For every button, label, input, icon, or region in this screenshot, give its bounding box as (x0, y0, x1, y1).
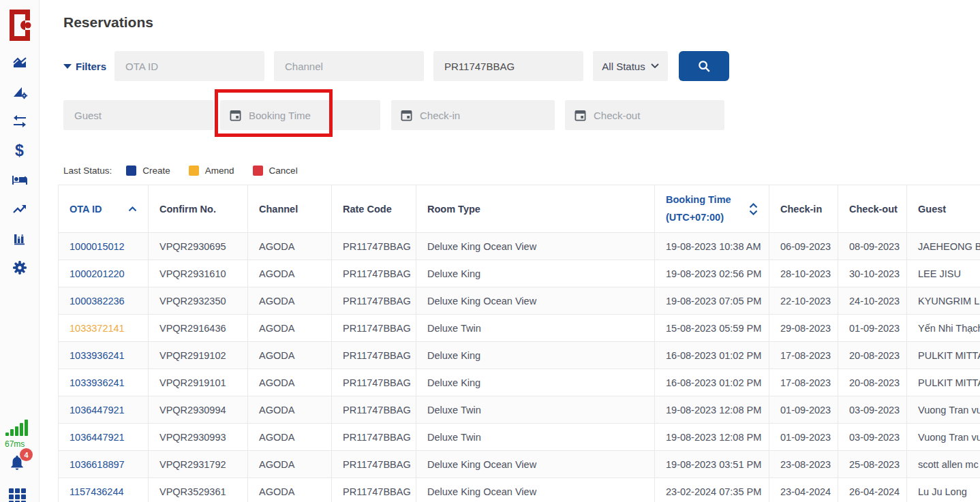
sidebar-item-analytics[interactable] (12, 230, 28, 247)
reservations-tbody: 1000015012 VPQR2930695 AGODA PR11747BBAG… (59, 233, 980, 502)
col-header-booking-time[interactable]: Booking Time (UTC+07:00) (655, 185, 769, 233)
channel-input[interactable] (274, 51, 424, 81)
status-select[interactable]: All Status (593, 51, 668, 81)
network-settings-icon (12, 84, 28, 100)
col-header-confirm-no: Confirm No. (149, 185, 248, 233)
cancel-status-swatch (253, 166, 263, 176)
ota-id-input[interactable] (114, 51, 264, 81)
col-header-ota-id[interactable]: OTA ID (59, 185, 149, 233)
legend-label: Last Status: (63, 166, 112, 176)
sidebar-item-dashboard[interactable] (12, 54, 28, 71)
check-in-cell: 29-08-2023 (769, 315, 838, 342)
table-row[interactable]: 1036447921 VPQR2930993 AGODA PR11747BBAG… (59, 424, 980, 451)
status-select-value: All Status (602, 61, 645, 72)
guest-cell: Yến Nhi Thạch (907, 315, 980, 342)
guest-cell: scott allen mc (907, 451, 980, 478)
table-header-row: OTA ID Confirm No. Channel Rate Code Roo… (59, 185, 980, 233)
booking-time-cell: 16-08-2023 01:02 PM (655, 342, 769, 369)
room-type-cell: Deluxe King Ocean View (416, 287, 655, 315)
check-out-cell: 20-08-2023 (838, 369, 907, 396)
sidebar-item-payments[interactable]: $ (12, 142, 28, 159)
booking-time-cell: 19-08-2023 12:08 PM (655, 396, 769, 424)
sort-ascending-icon (128, 206, 137, 212)
chevron-down-icon (63, 64, 72, 69)
guest-cell: PULKIT MITTA (907, 369, 980, 396)
table-row[interactable]: 1036618897 VPQR2931792 AGODA PR11747BBAG… (59, 451, 980, 478)
area-chart-icon (12, 54, 28, 71)
ota-id-link[interactable]: 1157436244 (59, 478, 149, 502)
col-header-ota-id-label: OTA ID (70, 204, 102, 215)
swap-horizontal-icon (12, 113, 28, 129)
filters-label: Filters (76, 61, 106, 72)
channel-cell: AGODA (248, 287, 332, 315)
check-out-cell: 08-09-2023 (838, 233, 907, 260)
check-in-filter[interactable]: Check-in (391, 100, 555, 130)
room-type-cell: Deluxe King (416, 260, 655, 287)
table-row[interactable]: 1033936241 VPQR2919101 AGODA PR11747BBAG… (59, 369, 980, 396)
check-out-cell: 30-10-2023 (838, 260, 907, 287)
trending-up-icon (12, 201, 28, 217)
check-out-cell: 03-09-2023 (838, 424, 907, 451)
ota-id-link[interactable]: 1000201220 (59, 260, 149, 287)
sidebar-item-sync[interactable] (12, 113, 28, 129)
channel-cell: AGODA (248, 424, 332, 451)
channel-cell: AGODA (248, 315, 332, 342)
room-type-cell: Deluxe King Ocean View (416, 478, 655, 502)
table-row[interactable]: 1033372141 VPQR2916436 AGODA PR11747BBAG… (59, 315, 980, 342)
app-logo-icon[interactable] (7, 9, 33, 42)
room-type-cell: Deluxe King (416, 342, 655, 369)
check-in-cell: 28-10-2023 (769, 260, 838, 287)
sidebar-item-settings[interactable] (12, 260, 28, 276)
col-header-channel: Channel (248, 185, 332, 233)
ota-id-link[interactable]: 1000015012 (59, 233, 149, 260)
notifications-button[interactable]: 4 (8, 454, 26, 471)
filters-toggle[interactable]: Filters (63, 61, 114, 72)
last-status-legend: Last Status: Create Amend Cancel (63, 166, 980, 176)
booking-time-cell: 19-08-2023 02:56 PM (655, 260, 769, 287)
guest-input[interactable] (63, 100, 213, 130)
check-out-cell: 03-09-2023 (838, 396, 907, 424)
check-out-filter[interactable]: Check-out (565, 100, 724, 130)
table-row[interactable]: 1000382236 VPQR2932350 AGODA PR11747BBAG… (59, 287, 980, 315)
sidebar-item-network-settings[interactable] (12, 84, 28, 100)
sidebar-item-trends[interactable] (12, 201, 28, 217)
ota-id-link[interactable]: 1033936241 (59, 369, 149, 396)
room-type-cell: Deluxe Twin (416, 424, 655, 451)
apps-grid-icon[interactable] (9, 488, 26, 502)
rate-code-cell: PR11747BBAG (332, 451, 416, 478)
ota-id-link[interactable]: 1036447921 (59, 396, 149, 424)
guest-cell: KYUNGRIM LE (907, 287, 980, 315)
check-out-cell: 20-08-2023 (838, 342, 907, 369)
table-row[interactable]: 1036447921 VPQR2930994 AGODA PR11747BBAG… (59, 396, 980, 424)
calendar-icon (230, 109, 241, 121)
booking-time-cell: 15-08-2023 05:59 PM (655, 315, 769, 342)
confirm-no-cell: VPQR2930695 (149, 233, 248, 260)
confirm-no-cell: VPQR2931792 (149, 451, 248, 478)
latency-value: 67ms (5, 439, 25, 449)
booking-time-filter[interactable]: Booking Time (220, 100, 380, 130)
ota-id-link[interactable]: 1036447921 (59, 424, 149, 451)
rate-code-cell: PR11747BBAG (332, 233, 416, 260)
ota-id-link[interactable]: 1033936241 (59, 342, 149, 369)
confirm-no-cell: VPQR2932350 (149, 287, 248, 315)
ota-id-link[interactable]: 1036618897 (59, 451, 149, 478)
main-content: Reservations Filters All Status (40, 0, 980, 502)
booking-time-placeholder: Booking Time (249, 110, 311, 121)
filters-row-1: Filters All Status (63, 51, 980, 81)
rate-code-cell: PR11747BBAG (332, 342, 416, 369)
sidebar-item-rooms[interactable] (12, 172, 28, 188)
ota-id-link[interactable]: 1033372141 (59, 315, 149, 342)
guest-cell: JAEHEONG BA (907, 233, 980, 260)
rate-code-input[interactable] (433, 51, 583, 81)
table-row[interactable]: 1157436244 VPQR3529361 AGODA PR11747BBAG… (59, 478, 980, 502)
search-button[interactable] (679, 51, 729, 81)
table-row[interactable]: 1000201220 VPQR2931610 AGODA PR11747BBAG… (59, 260, 980, 287)
table-row[interactable]: 1033936241 VPQR2919102 AGODA PR11747BBAG… (59, 342, 980, 369)
booking-time-cell: 19-08-2023 12:08 PM (655, 424, 769, 451)
guest-cell: Vuong Tran vu (907, 424, 980, 451)
connection-signal-icon (5, 420, 34, 436)
bar-chart-icon (12, 230, 28, 247)
confirm-no-cell: VPQR2916436 (149, 315, 248, 342)
ota-id-link[interactable]: 1000382236 (59, 287, 149, 315)
table-row[interactable]: 1000015012 VPQR2930695 AGODA PR11747BBAG… (59, 233, 980, 260)
